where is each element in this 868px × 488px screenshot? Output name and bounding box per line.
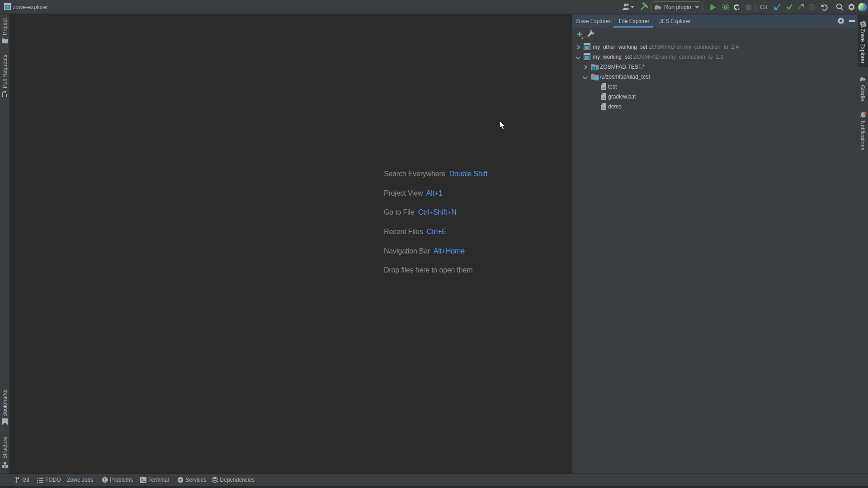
svg-text:OS: OS (592, 66, 597, 70)
